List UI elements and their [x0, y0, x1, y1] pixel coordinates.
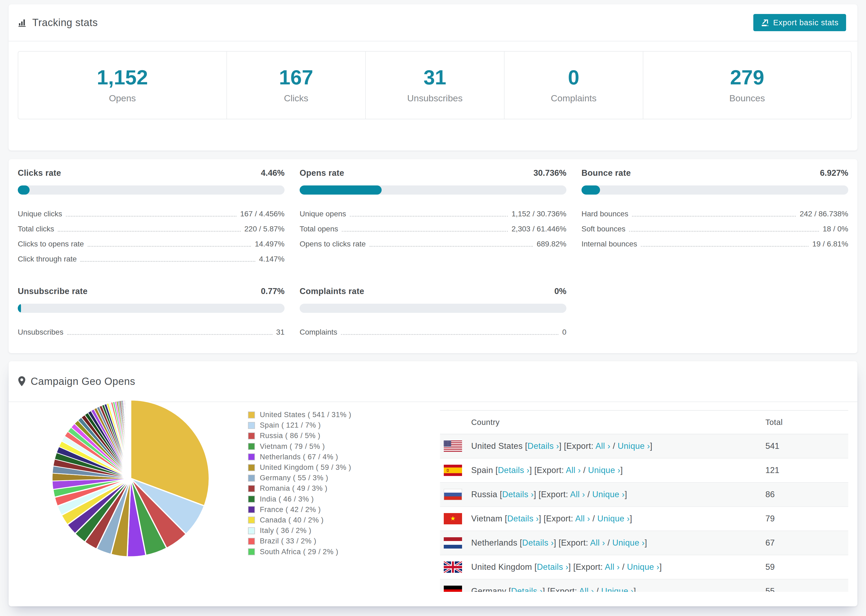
rate-detail-row: Total clicks220 / 5.87% [18, 219, 285, 234]
progress-bar-fill [581, 185, 600, 195]
export-all-link[interactable]: All › [595, 441, 610, 451]
legend-item-france[interactable]: France ( 42 / 2% ) [248, 504, 351, 515]
bracket: [ [509, 586, 511, 592]
rate-detail-row: Hard bounces242 / 86.738% [581, 204, 848, 219]
total-column-header: Total [765, 410, 848, 434]
export-all-link[interactable]: All › [570, 490, 585, 499]
legend-item-germany[interactable]: Germany ( 55 / 3% ) [248, 473, 351, 483]
dotted-leader [341, 334, 558, 335]
details-link[interactable]: Details › [537, 562, 568, 572]
export-label: Export: [537, 465, 566, 475]
rates-card: Clicks rate4.46%Unique clicks167 / 4.456… [9, 159, 857, 353]
export-all-link[interactable]: All › [579, 586, 594, 592]
export-unique-link[interactable]: Unique › [612, 538, 645, 547]
legend-item-india[interactable]: India ( 46 / 3% ) [248, 494, 351, 504]
legend-swatch [248, 432, 255, 439]
rate-detail-row: Unique clicks167 / 4.456% [18, 204, 285, 219]
details-link[interactable]: Details › [511, 586, 542, 592]
legend-item-romania[interactable]: Romania ( 49 / 3% ) [248, 483, 351, 494]
export-unique-link[interactable]: Unique › [588, 465, 620, 475]
stat-box-clicks: 167Clicks [227, 52, 365, 119]
legend-item-united-states[interactable]: United States ( 541 / 31% ) [248, 410, 351, 420]
bracket: ] [645, 538, 647, 547]
export-all-link[interactable]: All › [590, 538, 605, 547]
geo-table-row-es: Spain [Details ›] [Export: All › / Uniqu… [440, 458, 848, 482]
export-all-link[interactable]: All › [605, 562, 620, 572]
legend-item-united-kingdom[interactable]: United Kingdom ( 59 / 3% ) [248, 462, 351, 473]
dotted-leader [370, 246, 533, 247]
rate-detail-row: Internal bounces19 / 6.81% [581, 234, 848, 249]
flag-icon-ru [444, 489, 462, 500]
details-link[interactable]: Details › [527, 441, 559, 451]
legend-item-canada[interactable]: Canada ( 40 / 2% ) [248, 515, 351, 525]
legend-swatch [248, 548, 255, 555]
legend-swatch [248, 485, 255, 492]
export-unique-link[interactable]: Unique › [627, 562, 659, 572]
bracket: [ [534, 562, 537, 572]
legend-item-spain[interactable]: Spain ( 121 / 7% ) [248, 420, 351, 431]
total-cell: 59 [765, 555, 848, 579]
separator: / [585, 490, 592, 499]
legend-swatch [248, 538, 255, 545]
rate-title: Opens rate [299, 168, 344, 178]
export-basic-stats-button[interactable]: Export basic stats [753, 14, 846, 31]
export-unique-link[interactable]: Unique › [617, 441, 650, 451]
legend-label: India ( 46 / 3% ) [260, 495, 314, 503]
progress-bar-fill [18, 185, 30, 195]
rate-section-bounce-rate: Bounce rate6.927%Hard bounces242 / 86.73… [581, 168, 848, 264]
separator: / [610, 441, 617, 451]
export-all-link[interactable]: All › [575, 514, 590, 523]
rate-section-complaints-rate: Complaints rate0%Complaints0 [299, 286, 567, 337]
separator: / [620, 562, 627, 572]
dotted-leader [629, 231, 819, 232]
legend-item-vietnam[interactable]: Vietnam ( 79 / 5% ) [248, 441, 351, 452]
separator: / [605, 538, 612, 547]
rate-detail-value: 2,303 / 61.446% [512, 225, 567, 234]
rates-grid: Clicks rate4.46%Unique clicks167 / 4.456… [9, 159, 857, 337]
geo-opens-pie-chart[interactable] [51, 399, 210, 558]
country-cell: United Kingdom [Details ›] [Export: All … [440, 555, 765, 579]
rate-detail-rows: Unsubscribes31 [18, 322, 285, 337]
country-cell: Russia [Details ›] [Export: All › / Uniq… [440, 482, 765, 507]
stat-value: 0 [568, 67, 579, 88]
country-cell: Vietnam [Details ›] [Export: All › / Uni… [440, 507, 765, 531]
progress-bar-fill [18, 304, 21, 313]
dotted-leader [67, 334, 272, 335]
legend-item-south-africa[interactable]: South Africa ( 29 / 2% ) [248, 546, 351, 557]
bracket: ] [630, 514, 632, 523]
country-cell: United States [Details ›] [Export: All ›… [440, 434, 765, 458]
rate-detail-label: Unsubscribes [18, 328, 63, 337]
export-unique-link[interactable]: Unique › [597, 514, 630, 523]
total-cell: 67 [765, 531, 848, 555]
legend-item-italy[interactable]: Italy ( 36 / 2% ) [248, 525, 351, 536]
dotted-leader [66, 216, 236, 217]
rate-section-header: Unsubscribe rate0.77% [18, 286, 285, 296]
details-link[interactable]: Details › [522, 538, 554, 547]
legend-item-brazil[interactable]: Brazil ( 33 / 2% ) [248, 536, 351, 546]
geo-table-wrapper: Country Total United States [Details ›] … [440, 410, 848, 592]
details-link[interactable]: Details › [502, 490, 534, 499]
details-link[interactable]: Details › [498, 465, 529, 475]
legend-item-russia[interactable]: Russia ( 86 / 5% ) [248, 431, 351, 441]
stat-label: Opens [109, 93, 136, 104]
map-pin-icon [18, 376, 26, 387]
country-name: Russia [471, 490, 500, 499]
geo-table-row-gb: United Kingdom [Details ›] [Export: All … [440, 555, 848, 579]
legend-item-netherlands[interactable]: Netherlands ( 67 / 4% ) [248, 452, 351, 462]
country-name: Germany [471, 586, 509, 592]
export-unique-link[interactable]: Unique › [601, 586, 633, 592]
rate-detail-value: 4.147% [259, 255, 285, 264]
progress-bar-track [18, 304, 285, 313]
bracket: ] [625, 490, 627, 499]
details-link[interactable]: Details › [507, 514, 539, 523]
country-column-header: Country [440, 410, 765, 434]
legend-swatch [248, 517, 255, 523]
rate-section-header: Complaints rate0% [299, 286, 567, 296]
export-button-label: Export basic stats [773, 18, 839, 27]
stat-label: Unsubscribes [407, 93, 463, 104]
flag-icon-de [444, 586, 462, 592]
legend-label: Romania ( 49 / 3% ) [260, 484, 328, 493]
export-all-link[interactable]: All › [566, 465, 581, 475]
rate-detail-value: 31 [276, 328, 285, 337]
export-unique-link[interactable]: Unique › [592, 490, 625, 499]
